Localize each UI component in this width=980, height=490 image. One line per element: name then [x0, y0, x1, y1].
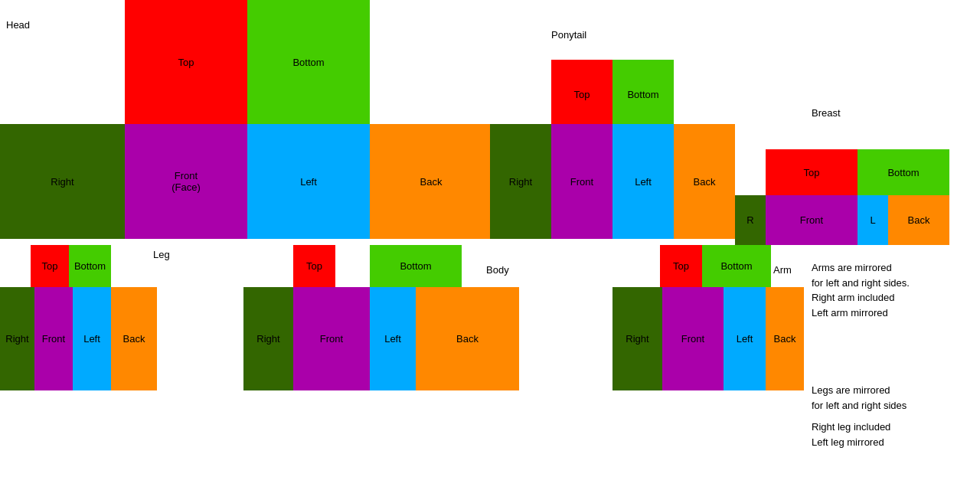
arm-top-block: Top [660, 245, 702, 287]
leg-back-block: Back [111, 287, 157, 390]
head-bottom-block: Bottom [247, 0, 370, 124]
breast-top-block: Top [766, 149, 858, 195]
breast-l-block: L [858, 195, 888, 245]
leg-right-block: Right [0, 287, 34, 390]
ponytail-back-block: Back [674, 124, 735, 239]
ponytail-right-block: Right [490, 124, 551, 239]
head-front-block: Front (Face) [125, 124, 247, 239]
ponytail-front-block: Front [551, 124, 612, 239]
head-label: Head [6, 19, 30, 31]
leg-left-block: Left [73, 287, 111, 390]
leg-bottom-block: Bottom [69, 245, 111, 287]
arm-bottom-block: Bottom [702, 245, 771, 287]
arm-back-block: Back [766, 287, 804, 390]
breast-front-block: Front [766, 195, 858, 245]
leg2-front-block: Front [293, 287, 370, 390]
body-label: Body [486, 264, 509, 276]
head-back-block: Back [370, 124, 492, 239]
ponytail-label: Ponytail [551, 29, 586, 41]
breast-back-block: Back [888, 195, 949, 245]
arms-note: Arms are mirrored for left and right sid… [812, 260, 910, 320]
breast-bottom-block: Bottom [858, 149, 949, 195]
ponytail-top-block: Top [551, 60, 612, 129]
arm-left-block: Left [724, 287, 766, 390]
legs-note2: Right leg included Left leg mirrored [812, 420, 890, 449]
leg-label: Leg [153, 249, 170, 260]
head-left-block: Left [247, 124, 370, 239]
leg2-right-block: Right [243, 287, 293, 390]
ponytail-left-block: Left [612, 124, 674, 239]
breast-r-block: R [735, 195, 766, 245]
leg2-back-block: Back [416, 287, 519, 390]
leg2-top-block: Top [293, 245, 335, 287]
arm-front-block: Front [662, 287, 724, 390]
breast-label: Breast [812, 107, 841, 119]
main-container: Head Top Bottom Right Front (Face) Left … [0, 0, 980, 490]
ponytail-bottom-block: Bottom [612, 60, 674, 129]
leg2-left-block: Left [370, 287, 416, 390]
leg-front-block: Front [34, 287, 73, 390]
leg2-bottom-block: Bottom [370, 245, 462, 287]
legs-note: Legs are mirrored for left and right sid… [812, 383, 906, 413]
leg-top-block: Top [31, 245, 69, 287]
arm-label: Arm [773, 264, 792, 276]
arm-right-block: Right [612, 287, 662, 390]
head-right-block: Right [0, 124, 125, 239]
head-top-block: Top [125, 0, 247, 124]
